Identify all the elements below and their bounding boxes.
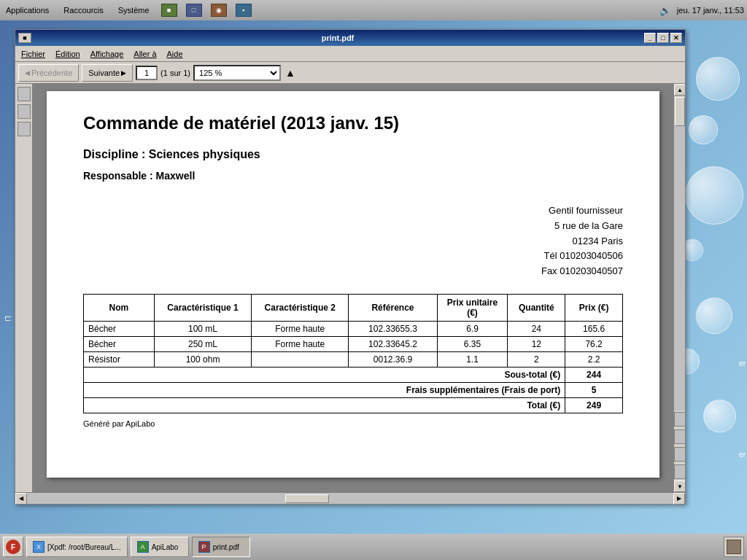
supplier-fax: Fax 010203040507	[83, 264, 623, 279]
taskbar-left-apps: Applications Raccourcis Système ■ □ ◉ ▪	[3, 4, 252, 17]
supplier-name: Gentil fournisseur	[83, 203, 623, 219]
pdf-toolbar: ◀ Précédente Suivante ▶ (1 sur 1) 125 % …	[15, 62, 685, 84]
table-cell: 1.1	[437, 351, 508, 367]
window-icon[interactable]: ■	[18, 33, 31, 43]
pdf-sidebar	[15, 84, 33, 492]
zoom-select[interactable]: 125 %	[193, 65, 281, 81]
taskbar-task-printpdf[interactable]: P print.pdf	[192, 537, 250, 557]
col-carac2: Caractéristique 2	[252, 294, 349, 321]
desktop: Li er er ■ print.pdf _ □ ✕ Fichier Éditi…	[0, 20, 747, 534]
pdf-page-area: Commande de matériel (2013 janv. 15) Dis…	[33, 84, 673, 492]
table-cell: Résistor	[84, 351, 155, 367]
supplier-tel: Tél 010203040506	[83, 249, 623, 264]
table-cell: Forme haute	[252, 321, 349, 336]
taskbar-task-xpdf[interactable]: X [Xpdf: /root/Bureau/L...	[26, 537, 128, 557]
table-row: Résistor100 ohm0012.36.91.122.2	[84, 351, 623, 367]
total-row: Total (€) 249	[84, 397, 623, 413]
table-cell: 0012.36.9	[349, 351, 437, 367]
menu-edition[interactable]: Édition	[51, 48, 85, 60]
xpdf-icon: X	[33, 541, 44, 553]
table-cell: Bécher	[84, 321, 155, 336]
table-cell: 102.33645.2	[349, 336, 437, 351]
supplier-address1: 5 rue de la Gare	[83, 219, 623, 234]
printpdf-icon: P	[198, 541, 210, 553]
scroll-up-button[interactable]: ▲	[674, 84, 685, 96]
table-cell: 102.33655.3	[349, 321, 437, 336]
col-quantite: Quantité	[508, 294, 565, 321]
col-prix: Prix (€)	[565, 294, 623, 321]
col-reference: Référence	[349, 294, 437, 321]
bubble-decoration	[696, 57, 740, 101]
window-controls: _ □ ✕	[644, 33, 682, 43]
page-number-input[interactable]	[136, 66, 158, 80]
table-row: Bécher100 mLForme haute102.33655.36.9241…	[84, 321, 623, 336]
col-nom: Nom	[84, 294, 155, 321]
shortcuts-menu[interactable]: Raccourcis	[61, 4, 106, 16]
table-cell: 24	[508, 321, 565, 336]
pdf-thumbnail-panel-3[interactable]	[18, 122, 31, 136]
subtotal-label: Sous-total (€)	[84, 367, 565, 382]
menu-bar: Fichier Édition Affichage Aller à Aide	[15, 46, 685, 62]
sys-icon-4: ▪	[236, 4, 252, 17]
menu-aide[interactable]: Aide	[163, 48, 187, 60]
pdf-content-container: Commande de matériel (2013 janv. 15) Dis…	[15, 84, 685, 492]
scroll-panel-3[interactable]	[674, 447, 685, 462]
pdf-thumbnail-panel[interactable]	[18, 87, 31, 101]
scroll-right-button[interactable]: ▶	[673, 493, 685, 505]
table-cell: Bécher	[84, 336, 155, 351]
h-scroll-track[interactable]	[27, 493, 673, 504]
table-cell: 6.35	[437, 336, 508, 351]
table-header-row: Nom Caractéristique 1 Caractéristique 2 …	[84, 294, 623, 321]
table-cell: 165.6	[565, 321, 623, 336]
scroll-track[interactable]	[674, 96, 685, 411]
shipping-row: Frais supplémentaires (Frais de port) 5	[84, 382, 623, 397]
table-cell: 100 mL	[154, 321, 251, 336]
table-cell: Forme haute	[252, 336, 349, 351]
order-table: Nom Caractéristique 1 Caractéristique 2 …	[83, 294, 623, 413]
sys-icon-1: ■	[161, 4, 177, 17]
start-icon: F	[6, 540, 20, 554]
system-taskbar-top: Applications Raccourcis Système ■ □ ◉ ▪ …	[0, 0, 747, 20]
menu-aller-a[interactable]: Aller à	[129, 48, 160, 60]
speaker-icon: 🔊	[659, 5, 671, 16]
taskbar-task-apilabo[interactable]: A ApiLabo	[131, 537, 189, 557]
menu-affichage[interactable]: Affichage	[86, 48, 128, 60]
prev-page-button[interactable]: ◀ Précédente	[18, 64, 79, 82]
scroll-panel-1[interactable]	[674, 412, 685, 427]
sys-icon-2: □	[186, 4, 202, 17]
pdf-thumbnail-panel-2[interactable]	[18, 104, 31, 119]
start-button[interactable]: F	[3, 537, 23, 557]
sidebar-label: Li	[4, 316, 12, 322]
er-label: er	[739, 359, 746, 368]
pdf-horizontal-scrollbar: ◀ ▶	[15, 492, 685, 504]
apilabo-icon: A	[137, 541, 149, 553]
bubble-decoration	[685, 166, 743, 225]
taskbar-end-button[interactable]	[724, 537, 744, 557]
h-scroll-thumb[interactable]	[285, 494, 329, 503]
next-page-button[interactable]: Suivante ▶	[82, 64, 133, 82]
scroll-panel-2[interactable]	[674, 429, 685, 444]
window-title: print.pdf	[31, 34, 644, 42]
zoom-spinner-up[interactable]: ▲	[285, 67, 295, 79]
scroll-panel-4[interactable]	[674, 464, 685, 479]
scroll-left-button[interactable]: ◀	[15, 493, 27, 505]
col-prix-unit: Prix unitaire (€)	[437, 294, 508, 321]
maximize-button[interactable]: □	[657, 33, 669, 43]
table-row: Bécher250 mLForme haute102.33645.26.3512…	[84, 336, 623, 351]
table-cell	[252, 351, 349, 367]
menu-fichier[interactable]: Fichier	[17, 48, 50, 60]
window-titlebar: ■ print.pdf _ □ ✕	[15, 30, 685, 46]
table-cell: 2	[508, 351, 565, 367]
scroll-down-button[interactable]: ▼	[674, 481, 685, 492]
system-menu[interactable]: Système	[115, 4, 152, 16]
minimize-button[interactable]: _	[644, 33, 656, 43]
datetime-display: jeu. 17 janv., 11:53	[677, 6, 744, 15]
applications-menu[interactable]: Applications	[3, 4, 52, 16]
pdf-page: Commande de matériel (2013 janv. 15) Dis…	[47, 91, 659, 478]
table-cell: 2.2	[565, 351, 623, 367]
taskbar-end-icon	[727, 540, 741, 554]
total-value: 249	[565, 397, 623, 413]
pdf-responsible: Responsable : Maxwell	[83, 170, 623, 182]
close-button[interactable]: ✕	[670, 33, 682, 43]
scroll-thumb[interactable]	[675, 97, 685, 126]
